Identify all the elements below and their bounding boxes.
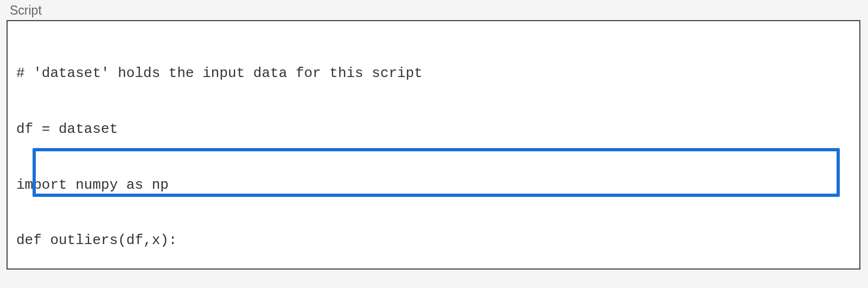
code-line: df = dataset bbox=[16, 120, 851, 138]
code-line: # 'dataset' holds the input data for thi… bbox=[16, 64, 851, 82]
code-editor[interactable]: # 'dataset' holds the input data for thi… bbox=[7, 20, 860, 270]
panel-title: Script bbox=[10, 3, 861, 18]
script-panel: Script # 'dataset' holds the input data … bbox=[0, 0, 868, 288]
code-line: import numpy as np bbox=[16, 176, 851, 194]
code-line: def outliers(df,x): bbox=[16, 231, 851, 249]
